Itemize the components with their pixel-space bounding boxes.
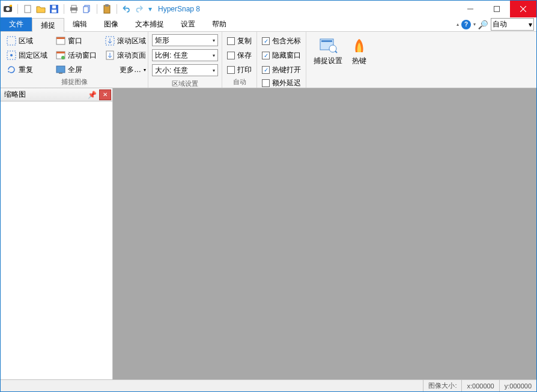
hide-window-checkbox[interactable]: ✓隐藏窗口 [261,49,302,62]
label: 热键打开 [272,65,301,75]
svg-point-20 [10,54,13,56]
capture-active-window-button[interactable]: 活动窗口 [53,49,99,62]
redo-icon[interactable] [135,4,145,14]
svg-rect-22 [56,37,65,39]
label: 保存 [237,50,252,61]
close-button[interactable] [510,1,536,17]
panel-close-button[interactable]: ✕ [99,89,111,100]
open-icon[interactable] [36,4,46,14]
chevron-down-icon: ▾ [213,53,215,58]
search-icon[interactable]: 🔍 [478,20,488,29]
capture-settings-button[interactable]: 捕捉设置 [310,34,346,86]
window-controls [457,1,536,17]
hotkey-open-checkbox[interactable]: ✓热键打开 [261,63,302,76]
zoom-select[interactable]: 自动 ▾ [491,18,534,31]
canvas-area[interactable] [113,88,536,379]
svg-rect-9 [71,10,76,13]
chevron-down-icon: ▾ [529,20,532,29]
ribbon-group-auto: 复制 保存 打印 自动 [222,32,257,88]
divider [117,4,117,14]
ribbon-group-settings: 捕捉设置 热键 [306,32,376,88]
label: 固定区域 [19,50,47,61]
svg-line-32 [335,51,337,53]
capture-scroll-page-button[interactable]: 滚动页面 [103,49,148,62]
capture-region-button[interactable]: 区域 [4,34,50,47]
undo-icon[interactable] [122,4,132,14]
menu-image[interactable]: 图像 [96,17,127,31]
auto-save-checkbox[interactable]: 保存 [226,49,253,62]
menu-textcap[interactable]: 文本捕捉 [127,17,172,31]
svg-point-25 [61,56,65,59]
help-dropdown-icon[interactable]: ▾ [473,22,476,27]
svg-rect-13 [105,4,109,7]
scroll-page-icon [105,50,115,60]
svg-rect-15 [494,7,500,12]
ratio-select[interactable]: 比例: 任意▾ [152,49,218,61]
paste-icon[interactable] [102,4,112,14]
menu-settings[interactable]: 设置 [172,17,204,31]
minimize-button[interactable] [457,1,484,17]
qat-customize-icon[interactable]: ▾ [148,5,152,13]
workspace: 缩略图 📌 ✕ [1,88,536,379]
divider [97,4,97,14]
include-cursor-checkbox[interactable]: ✓包含光标 [261,34,302,47]
panel-header: 缩略图 📌 ✕ [1,88,112,101]
menu-file[interactable]: 文件 [1,17,32,31]
menu-capture[interactable]: 捕捉 [32,18,64,32]
svg-rect-26 [56,66,65,73]
shape-select[interactable]: 矩形▾ [152,34,218,46]
capture-settings-icon [318,35,338,55]
panel-title: 缩略图 [4,89,26,100]
value: 大小: 任意 [155,65,188,76]
print-icon[interactable] [69,4,79,14]
label: 滚动页面 [117,50,146,61]
capture-more-button[interactable]: 更多… ▾ [103,63,148,76]
svg-rect-6 [52,5,56,8]
region-icon [7,36,16,46]
checkbox-icon [262,79,270,87]
auto-copy-checkbox[interactable]: 复制 [226,34,253,47]
label: 全屏 [68,65,82,75]
titlebar: ▾ HyperSnap 8 [1,1,536,17]
app-icon [3,4,13,14]
app-title: HyperSnap 8 [158,5,200,13]
svg-rect-3 [25,5,31,13]
hotkeys-icon [350,35,369,55]
label: 窗口 [68,36,82,46]
svg-rect-2 [10,5,12,7]
capture-fullscreen-button[interactable]: 全屏 [53,63,99,76]
help-icon[interactable]: ? [461,20,471,29]
capture-fixed-region-button[interactable]: 固定区域 [4,49,50,62]
group-label: 捕捉图像 [4,76,144,86]
menu-help[interactable]: 帮助 [204,17,235,31]
ribbon-group-region-settings: 矩形▾ 比例: 任意▾ 大小: 任意▾ 区域设置 [148,32,222,88]
new-icon[interactable] [23,4,32,14]
checkbox-icon [227,52,235,59]
capture-window-button[interactable]: 窗口 [53,34,99,47]
capture-repeat-button[interactable]: 重复 [4,63,50,76]
status-y: y:000000 [499,380,536,391]
pin-icon[interactable]: 📌 [85,91,99,99]
ribbon-expand-icon[interactable]: ▴ [457,22,459,27]
auto-print-checkbox[interactable]: 打印 [226,63,253,76]
copy-icon[interactable] [82,4,92,14]
hotkeys-button[interactable]: 热键 [346,34,372,86]
menu-edit[interactable]: 编辑 [64,17,96,31]
label: 隐藏窗口 [272,50,301,61]
size-select[interactable]: 大小: 任意▾ [152,64,218,76]
svg-rect-24 [56,52,65,53]
active-window-icon [56,50,65,60]
capture-scroll-region-button[interactable]: 滚动区域 [103,34,148,47]
label: 捕捉设置 [314,56,342,66]
quick-access-toolbar: ▾ [3,4,152,14]
label: 热键 [352,56,366,66]
zoom-value: 自动 [493,19,507,29]
label: 活动窗口 [68,50,97,61]
label: 复制 [237,36,252,46]
extra-delay-checkbox[interactable]: 额外延迟 [261,76,302,89]
fixed-region-icon [7,50,16,60]
svg-rect-8 [71,5,76,8]
save-icon[interactable] [49,4,59,14]
maximize-button[interactable] [484,1,510,17]
group-label: 自动 [226,76,253,86]
